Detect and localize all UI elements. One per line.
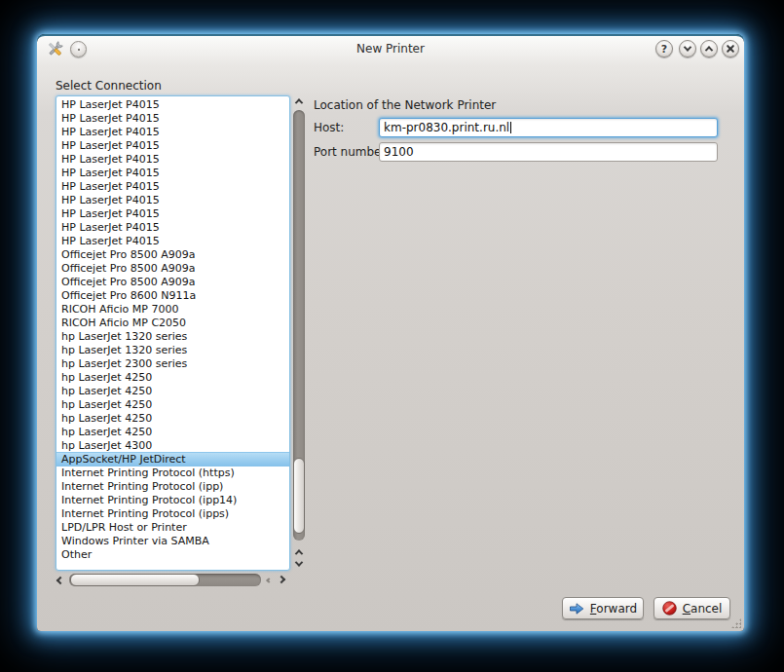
list-item[interactable]: RICOH Aficio MP 7000 [56,303,289,317]
list-item[interactable]: HP LaserJet P4015 [56,235,289,248]
scroll-up-icon[interactable] [295,98,303,106]
select-connection-heading: Select Connection [56,79,162,93]
host-value: km-pr0830.print.ru.nl [384,121,509,134]
desktop-background: New Printer ? Select Connection HP Laser… [0,0,784,672]
minimize-button[interactable] [679,40,696,57]
list-item[interactable]: hp LaserJet 1320 series [56,330,289,344]
chevron-down-icon [684,43,691,51]
list-item[interactable]: HP LaserJet P4015 [56,167,289,180]
cancel-icon [662,601,677,616]
list-item[interactable]: HP LaserJet P4015 [56,126,289,139]
list-item[interactable]: Internet Printing Protocol (ipps) [56,507,289,521]
list-item[interactable]: LPD/LPR Host or Printer [56,521,289,535]
list-item[interactable]: HP LaserJet P4015 [56,180,289,194]
list-item[interactable]: hp LaserJet 4250 [56,398,289,412]
device-list[interactable]: HP LaserJet P4015HP LaserJet P4015HP Las… [56,95,290,571]
list-item[interactable]: hp LaserJet 2300 series [56,357,289,371]
list-item[interactable]: Windows Printer via SAMBA [56,535,289,548]
horizontal-scrollbar-thumb[interactable] [70,574,200,586]
scroll-left-icon[interactable] [56,577,64,584]
list-item[interactable]: Internet Printing Protocol (ipp) [56,480,289,494]
list-item[interactable]: HP LaserJet P4015 [56,139,289,153]
list-item[interactable]: hp LaserJet 4250 [56,371,289,385]
list-item[interactable]: RICOH Aficio MP C2050 [56,317,289,330]
list-item[interactable]: HP LaserJet P4015 [56,207,289,221]
host-label: Host: [314,121,344,134]
list-item[interactable]: Other [56,548,289,562]
new-printer-dialog: New Printer ? Select Connection HP Laser… [37,34,744,631]
list-item[interactable]: Internet Printing Protocol (ipp14) [56,494,289,507]
question-icon: ? [661,43,667,56]
list-item[interactable]: HP LaserJet P4015 [56,194,289,207]
maximize-button[interactable] [700,40,718,57]
titlebar[interactable]: New Printer ? [37,36,744,63]
list-item[interactable]: Internet Printing Protocol (https) [56,467,289,480]
text-cursor [510,122,511,133]
close-button[interactable] [722,40,739,57]
list-item[interactable]: Officejet Pro 8500 A909a [56,262,289,276]
scroll-up-icon[interactable] [295,549,303,557]
list-item[interactable]: HP LaserJet P4015 [56,153,289,167]
location-heading: Location of the Network Printer [314,98,496,112]
list-item[interactable]: HP LaserJet P4015 [56,112,289,126]
port-number-input[interactable]: 9100 [379,142,718,162]
resize-grip[interactable] [731,618,741,628]
window-title: New Printer [37,42,744,56]
cancel-button[interactable]: Cancel [653,597,730,619]
scroll-down-icon[interactable] [295,558,303,566]
close-icon [726,44,735,54]
list-item[interactable]: hp LaserJet 4250 [56,412,289,426]
forward-button-label: Forward [590,602,637,616]
host-input[interactable]: km-pr0830.print.ru.nl [379,118,718,137]
list-item[interactable]: AppSocket/HP JetDirect [56,452,289,467]
list-item[interactable]: hp LaserJet 4250 [56,426,289,439]
scroll-left-icon[interactable] [266,578,272,583]
list-item[interactable]: Officejet Pro 8500 A909a [56,248,289,262]
forward-arrow-icon [569,602,584,616]
scroll-right-icon[interactable] [278,576,285,583]
help-button[interactable]: ? [655,40,673,57]
port-value: 9100 [384,145,414,159]
vertical-scrollbar[interactable] [292,95,307,567]
horizontal-scrollbar[interactable] [56,573,290,588]
chevron-up-icon [705,46,713,54]
list-item[interactable]: hp LaserJet 1320 series [56,344,289,357]
list-item[interactable]: hp LaserJet 4250 [56,385,289,398]
cancel-button-label: Cancel [683,602,723,616]
list-item[interactable]: hp LaserJet 4300 [56,439,289,453]
list-item[interactable]: Officejet Pro 8500 A909a [56,276,289,289]
vertical-scrollbar-thumb[interactable] [293,458,305,534]
list-item[interactable]: HP LaserJet P4015 [56,221,289,235]
horizontal-scrollbar-groove[interactable] [69,574,261,586]
list-item[interactable]: HP LaserJet P4015 [56,98,289,112]
list-item[interactable]: Officejet Pro 8600 N911a [56,289,289,303]
forward-button[interactable]: Forward [562,597,644,619]
